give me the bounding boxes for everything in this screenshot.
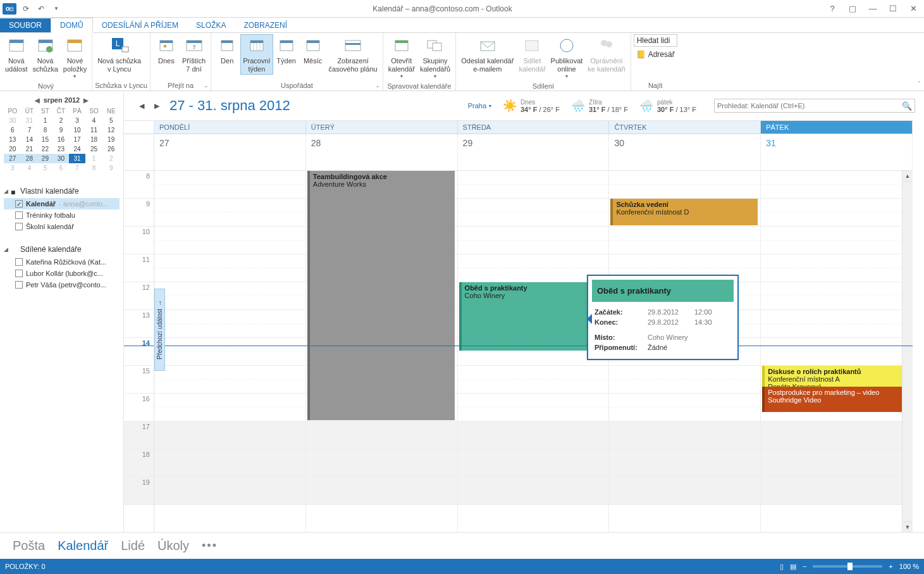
- mini-day[interactable]: 2: [53, 116, 70, 125]
- nav-people[interactable]: Lidé: [121, 539, 145, 553]
- checkbox-icon[interactable]: ✓: [15, 200, 23, 208]
- mini-day[interactable]: 20: [4, 144, 22, 154]
- mini-day[interactable]: 1: [37, 116, 52, 125]
- allday-cell[interactable]: 30: [609, 134, 761, 170]
- mini-day[interactable]: 14: [22, 135, 38, 144]
- allday-cell[interactable]: 28: [306, 134, 458, 170]
- new-appointment-button[interactable]: Nová událost: [3, 34, 30, 75]
- calendar-event[interactable]: Oběd s praktikantyCoho Winery: [459, 282, 607, 351]
- calendar-event[interactable]: Schůzka vedeníKonferenční místnost D: [610, 199, 758, 225]
- calendar-item[interactable]: Petr Váša (petrv@conto...: [4, 279, 120, 290]
- mini-day[interactable]: 9: [102, 163, 120, 173]
- mini-day[interactable]: 18: [85, 135, 103, 144]
- calgroup-shared[interactable]: ◢Sdílené kalendáře: [4, 245, 120, 254]
- checkbox-icon[interactable]: [15, 270, 23, 277]
- schedule-view-button[interactable]: Zobrazení časového plánu: [326, 34, 380, 75]
- zoom-slider[interactable]: [813, 565, 882, 568]
- calendar-event[interactable]: Teambuildingová akceAdventure Works: [307, 171, 455, 420]
- mini-day[interactable]: 3: [69, 116, 85, 125]
- calendar-item[interactable]: ✓Kalendář - anna@conto...: [4, 198, 120, 209]
- mini-day[interactable]: 29: [37, 154, 52, 163]
- view-list-icon[interactable]: ▤: [790, 563, 796, 571]
- open-calendar-button[interactable]: Otevřít kalendář▾: [386, 34, 417, 81]
- search-icon[interactable]: 🔍: [902, 101, 912, 111]
- mini-day[interactable]: 4: [85, 116, 103, 125]
- mini-day[interactable]: 19: [102, 135, 120, 144]
- mini-day[interactable]: 8: [37, 125, 52, 135]
- mini-day[interactable]: 30: [4, 116, 22, 125]
- ribbon-display-icon[interactable]: ▢: [843, 2, 862, 16]
- tab-sendreceive[interactable]: ODESÍLÁNÍ A PŘÍJEM: [93, 18, 187, 32]
- mini-day[interactable]: 4: [22, 163, 38, 173]
- vertical-scrollbar[interactable]: ▲ ▼: [902, 171, 913, 532]
- calendar-item[interactable]: Tréninky fotbalu: [4, 209, 120, 221]
- calgroup-own[interactable]: ◢■Vlastní kalendáře: [4, 187, 120, 196]
- day-column[interactable]: Předchozí událost→: [154, 171, 306, 532]
- minimize-icon[interactable]: —: [863, 2, 882, 16]
- qat-undo-icon[interactable]: ↶: [35, 3, 47, 15]
- new-meeting-button[interactable]: Nová schůzka: [30, 34, 60, 75]
- prev-week-icon[interactable]: ◀: [139, 102, 144, 110]
- mini-day[interactable]: 8: [85, 163, 103, 173]
- qat-sendreceive-icon[interactable]: ⟳: [20, 3, 32, 15]
- zoom-out-icon[interactable]: −: [803, 563, 806, 570]
- mini-day[interactable]: 28: [22, 154, 38, 163]
- mini-day[interactable]: 24: [69, 144, 85, 154]
- previous-event-handle[interactable]: Předchozí událost→: [154, 289, 165, 371]
- mini-day[interactable]: 27: [4, 154, 22, 163]
- checkbox-icon[interactable]: [15, 223, 23, 230]
- publish-online-button[interactable]: Publikovat online▾: [548, 34, 586, 81]
- mini-day[interactable]: 12: [102, 125, 120, 135]
- week-view-button[interactable]: Týden: [273, 34, 300, 66]
- mini-day[interactable]: 2: [102, 154, 120, 163]
- mini-day[interactable]: 13: [4, 135, 22, 144]
- weather-city[interactable]: Praha ▾: [468, 102, 491, 109]
- checkbox-icon[interactable]: [15, 211, 23, 219]
- next7days-button[interactable]: 7Příštích 7 dní: [180, 34, 208, 75]
- email-calendar-button[interactable]: Odeslat kalendář e-mailem: [459, 34, 516, 75]
- mini-day[interactable]: 31: [22, 116, 38, 125]
- tab-file[interactable]: SOUBOR: [0, 18, 51, 32]
- mini-day[interactable]: 10: [69, 125, 85, 135]
- today-button[interactable]: Dnes: [153, 34, 180, 66]
- nav-calendar[interactable]: Kalendář: [58, 539, 108, 553]
- mini-day[interactable]: 1: [85, 154, 103, 163]
- zoom-in-icon[interactable]: +: [889, 563, 892, 570]
- nav-mail[interactable]: Pošta: [13, 539, 45, 553]
- calendar-item[interactable]: Kateřina Růžičková (Kat...: [4, 256, 120, 268]
- allday-cell[interactable]: 27: [154, 134, 306, 170]
- month-view-button[interactable]: Měsíc: [300, 34, 326, 66]
- day-column[interactable]: Oběd s praktikantyCoho Winery: [458, 171, 610, 532]
- help-icon[interactable]: ?: [823, 2, 842, 16]
- maximize-icon[interactable]: ☐: [884, 2, 902, 16]
- mini-prev-icon[interactable]: ◀: [35, 97, 40, 104]
- mini-day[interactable]: 9: [53, 125, 70, 135]
- scroll-up-icon[interactable]: ▲: [902, 171, 913, 182]
- mini-day[interactable]: 11: [85, 125, 103, 135]
- mini-day[interactable]: 7: [69, 163, 85, 173]
- mini-day[interactable]: 21: [22, 144, 38, 154]
- search-box[interactable]: 🔍: [714, 99, 915, 113]
- checkbox-icon[interactable]: [15, 281, 23, 289]
- allday-cell[interactable]: 31: [761, 134, 913, 170]
- scroll-down-icon[interactable]: ▼: [902, 521, 913, 532]
- calendar-item[interactable]: Školní kalendář: [4, 221, 120, 232]
- mini-day[interactable]: 25: [85, 144, 103, 154]
- view-normal-icon[interactable]: ▯: [780, 563, 784, 571]
- day-column[interactable]: Schůzka vedeníKonferenční místnost D: [609, 171, 761, 532]
- mini-day[interactable]: 6: [53, 163, 70, 173]
- mini-day[interactable]: 7: [22, 125, 38, 135]
- search-input[interactable]: [717, 102, 902, 109]
- day-view-button[interactable]: Den: [214, 34, 240, 66]
- day-column[interactable]: Diskuse o rolích praktikantůKonferenční …: [761, 171, 913, 532]
- tab-home[interactable]: DOMŮ: [51, 18, 93, 33]
- mini-calendar-grid[interactable]: POÚTSTČTPÁSONE 3031123456789101112131415…: [4, 106, 120, 173]
- nav-tasks[interactable]: Úkoly: [157, 539, 189, 553]
- mini-next-icon[interactable]: ▶: [83, 97, 89, 104]
- nav-more-icon[interactable]: •••: [202, 539, 218, 552]
- allday-cell[interactable]: 29: [458, 134, 610, 170]
- mini-day[interactable]: 6: [4, 125, 22, 135]
- address-book-button[interactable]: 📒Adresář: [634, 49, 677, 60]
- next-week-icon[interactable]: ▶: [154, 102, 159, 110]
- mini-day[interactable]: 23: [53, 144, 70, 154]
